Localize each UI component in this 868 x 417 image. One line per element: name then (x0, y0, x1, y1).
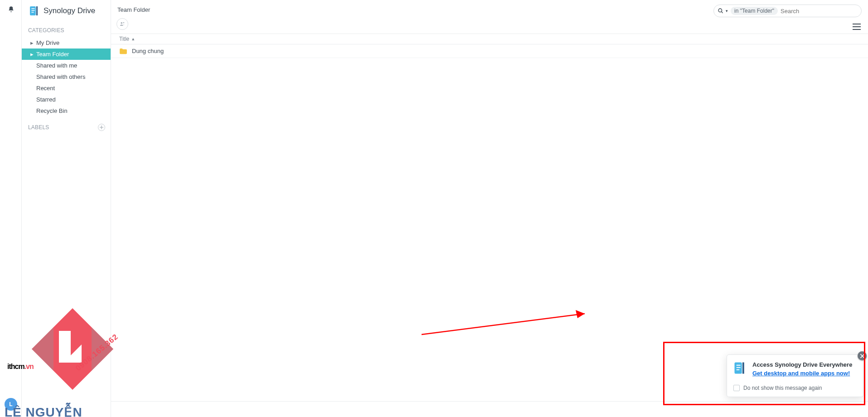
sidebar: Synology Drive CATEGORIES ▸ My Drive ▸ T… (22, 0, 111, 417)
promo-close-button[interactable] (858, 351, 867, 360)
divider (111, 401, 868, 402)
view-menu-button[interactable] (849, 19, 864, 34)
list-header[interactable]: Title ▲ (111, 34, 868, 44)
sidebar-item-my-drive[interactable]: ▸ My Drive (22, 37, 111, 48)
row-name: Dung chung (132, 48, 164, 54)
table-row[interactable]: Dung chung (111, 44, 868, 58)
promo-link[interactable]: Get desktop and mobile apps now! (752, 370, 850, 377)
svg-point-4 (123, 22, 125, 24)
column-title: Title (119, 36, 129, 42)
topbar: Team Folder ▾ in "Team Folder" (111, 0, 868, 30)
add-label-button[interactable] (98, 124, 105, 131)
caret-right-icon: ▸ (30, 39, 34, 46)
sidebar-item-label: Starred (36, 96, 56, 103)
search-icon (718, 8, 724, 14)
sidebar-item-team-folder[interactable]: ▸ Team Folder (22, 48, 111, 60)
people-icon (119, 21, 126, 27)
sidebar-item-shared-with-me[interactable]: Shared with me (22, 60, 111, 71)
promo-title: Access Synology Drive Everywhere (752, 361, 852, 368)
sidebar-item-recycle-bin[interactable]: Recycle Bin (22, 105, 111, 116)
promo-checkbox-label: Do not show this message again (743, 385, 822, 391)
user-avatar[interactable]: L (5, 398, 17, 411)
notifications-button[interactable] (0, 0, 22, 18)
close-icon (860, 354, 864, 358)
app-logo-icon (29, 5, 40, 16)
promo-app-icon (733, 361, 747, 375)
members-button[interactable] (116, 18, 128, 30)
search-input[interactable] (781, 8, 857, 15)
app-title: Synology Drive (44, 6, 95, 15)
sidebar-item-shared-with-others[interactable]: Shared with others (22, 71, 111, 82)
left-rail: L (0, 0, 22, 417)
app-brand[interactable]: Synology Drive (22, 0, 111, 20)
section-categories: CATEGORIES (22, 20, 111, 37)
sidebar-item-label: Team Folder (36, 51, 69, 58)
search-scope-chip[interactable]: in "Team Folder" (731, 7, 778, 15)
sidebar-item-label: Shared with others (36, 73, 85, 80)
svg-point-3 (121, 22, 122, 24)
sort-asc-icon: ▲ (131, 37, 135, 41)
caret-right-icon: ▸ (30, 51, 34, 58)
search-dropdown-caret[interactable]: ▾ (726, 9, 728, 13)
hamburger-icon (853, 24, 861, 30)
promo-card: Access Synology Drive Everywhere Get des… (727, 354, 863, 397)
sidebar-item-label: My Drive (36, 39, 59, 46)
sidebar-item-starred[interactable]: Starred (22, 94, 111, 105)
sidebar-item-label: Recycle Bin (36, 107, 68, 114)
promo-checkbox[interactable] (733, 385, 740, 391)
folder-icon (119, 48, 127, 54)
svg-rect-1 (36, 6, 38, 15)
search-box[interactable]: ▾ in "Team Folder" (713, 5, 862, 17)
section-labels: LABELS (22, 116, 111, 135)
sidebar-item-label: Recent (36, 85, 55, 92)
sidebar-item-recent[interactable]: Recent (22, 82, 111, 94)
sidebar-item-label: Shared with me (36, 62, 77, 69)
bell-icon (8, 6, 15, 13)
svg-rect-6 (742, 363, 744, 374)
section-labels-text: LABELS (28, 124, 49, 131)
breadcrumb[interactable]: Team Folder (117, 5, 150, 13)
svg-rect-0 (30, 6, 36, 15)
svg-point-2 (718, 9, 722, 12)
svg-rect-5 (735, 363, 742, 374)
plus-icon (100, 126, 103, 129)
